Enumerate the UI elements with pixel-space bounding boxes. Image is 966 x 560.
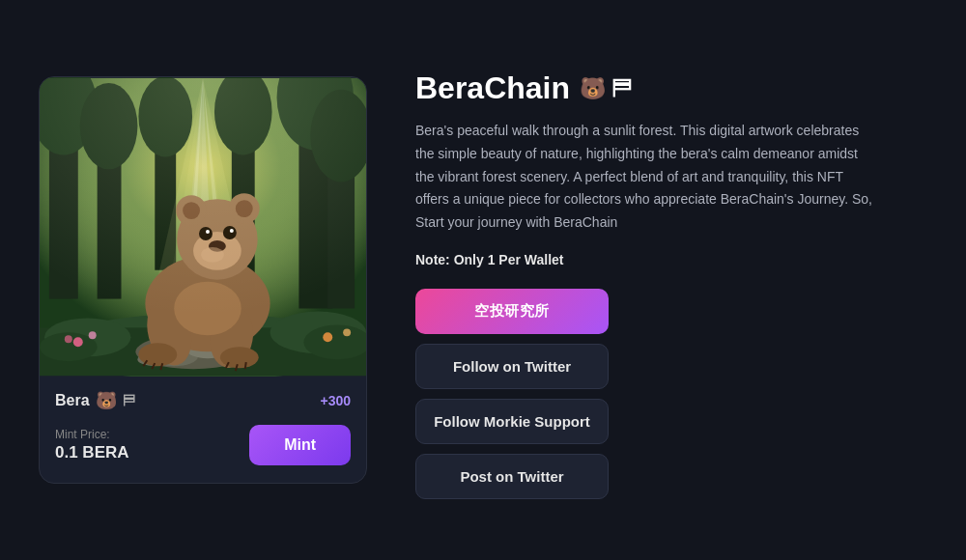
mint-button[interactable]: Mint — [249, 425, 351, 465]
follow-morkie-button[interactable]: Follow Morkie Support — [415, 399, 609, 444]
nft-image-wrapper — [40, 77, 366, 377]
mint-price-block: Mint Price: 0.1 BERA — [55, 428, 129, 462]
main-container: Bera 🐻 ⛿ +300 Mint Price: 0.1 BERA Mint … — [0, 0, 966, 560]
nft-card-body: Bera 🐻 ⛿ +300 Mint Price: 0.1 BERA Mint — [40, 377, 366, 483]
title-bear-emoji: 🐻 — [580, 76, 606, 101]
points-badge: +300 — [320, 393, 351, 408]
mint-price-value: 0.1 BERA — [55, 443, 129, 462]
project-title-text: BeraChain — [415, 70, 570, 106]
title-pixel-icon: ⛿ — [611, 76, 633, 101]
svg-rect-61 — [40, 78, 366, 376]
mint-price-row: Mint Price: 0.1 BERA Mint — [55, 425, 351, 465]
card-bear-emoji: 🐻 — [96, 390, 117, 411]
nft-title-row: Bera 🐻 ⛿ +300 — [55, 390, 351, 411]
detail-panel: BeraChain 🐻 ⛿ Bera's peaceful walk throu… — [415, 61, 927, 499]
primary-action-button[interactable]: 空投研究所 — [415, 289, 609, 334]
nft-card: Bera 🐻 ⛿ +300 Mint Price: 0.1 BERA Mint — [39, 76, 367, 484]
actions-column: 空投研究所 Follow on Twitter Follow Morkie Su… — [415, 289, 927, 499]
note-text: Note: Only 1 Per Wallet — [415, 252, 927, 267]
nft-name: Bera 🐻 ⛿ — [55, 390, 136, 411]
project-description: Bera's peaceful walk through a sunlit fo… — [415, 120, 879, 235]
follow-twitter-button[interactable]: Follow on Twitter — [415, 344, 609, 389]
nft-image — [40, 77, 366, 377]
post-twitter-button[interactable]: Post on Twitter — [415, 454, 609, 499]
title-icons: 🐻 ⛿ — [580, 76, 633, 101]
card-pixel-icon: ⛿ — [123, 393, 136, 408]
mint-price-label: Mint Price: — [55, 428, 129, 441]
project-title: BeraChain 🐻 ⛿ — [415, 70, 927, 106]
nft-name-text: Bera — [55, 392, 90, 409]
